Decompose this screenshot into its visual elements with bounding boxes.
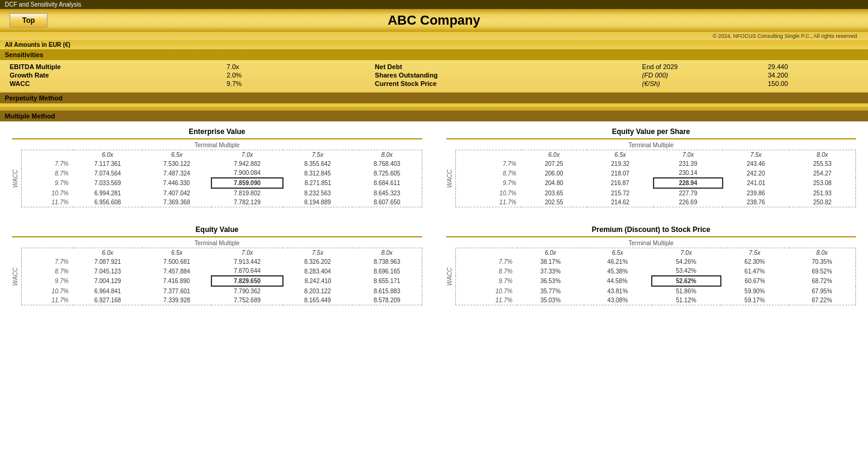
pd-cell-5-2: 43.08%: [584, 296, 652, 305]
pd-cell-4-2: 43.81%: [584, 286, 652, 296]
eqv-cell-5-4: 8.165.449: [283, 296, 353, 305]
amounts-row: All Amounts in EUR (€): [0, 40, 868, 49]
pd-cell-2-4: 61.47%: [721, 266, 789, 276]
eps-col-2: 6.5x: [587, 150, 654, 160]
eps-cell-4-5: 251.93: [789, 188, 855, 198]
ev-cell-4-2: 7.407.042: [142, 188, 211, 198]
eps-cell-3-5: 253.08: [789, 178, 855, 188]
eps-cell-2-1: 206.00: [521, 168, 587, 178]
eps-cell-2-5: 254.27: [789, 168, 855, 178]
eps-cell-3-2: 216.87: [587, 178, 654, 188]
ev-cell-3-5: 8.684.611: [353, 178, 422, 188]
pd-row-header-1: 7.7%: [455, 257, 517, 266]
eqv-cell-1-1: 7.087.921: [73, 257, 142, 266]
eqv-cell-1-3: 7.913.442: [211, 257, 282, 266]
sens-label-3: WACC: [5, 79, 222, 88]
ev-data-table: 6.0x 6.5x 7.0x 7.5x 8.0x 7.7% 7.117.361 …: [21, 150, 422, 207]
eqv-empty-header: [22, 248, 74, 258]
eps-cell-4-4: 239.86: [723, 188, 790, 198]
eps-col-headers: 6.0x 6.5x 7.0x 7.5x 8.0x: [455, 150, 856, 160]
copyright-text: © 2024, NFOCUS Consulting Single P.C., A…: [712, 33, 858, 39]
pd-table-outer: WACC 6.0x 6.5x 7.0x 7.5x 8.0x: [446, 248, 857, 305]
pd-col-4: 7.5x: [721, 248, 789, 258]
content-area: Enterprise Value Terminal Multiple WACC …: [0, 121, 868, 329]
sens-label2-1: Net Debt: [370, 63, 637, 71]
ev-row-header-5: 11.7%: [22, 198, 74, 207]
eqv-cell-3-1: 7.004.129: [73, 276, 142, 286]
pd-cell-2-1: 37.33%: [517, 266, 584, 276]
eqv-cell-2-1: 7.045.123: [73, 266, 142, 276]
eqv-cell-2-5: 8.696.165: [353, 266, 422, 276]
equity-per-share-section: Equity Value per Share Terminal Multiple…: [446, 127, 857, 207]
top-strip: DCF and Sensitivity Analysis: [0, 0, 868, 9]
sens-value-3: 9.7%: [222, 79, 322, 88]
eqv-cell-2-3: 7.870.644: [211, 266, 282, 276]
eps-row-1: 7.7% 207.25 219.32 231.39 243.46 255.53: [455, 159, 856, 168]
eps-col-1: 6.0x: [521, 150, 587, 160]
enterprise-value-title: Enterprise Value: [12, 127, 422, 139]
ev-row-header-3: 9.7%: [22, 178, 74, 188]
eqv-row-header-1: 7.7%: [22, 257, 74, 266]
multiple-label: Multiple Method: [5, 112, 55, 120]
eqv-col-4: 7.5x: [283, 248, 353, 258]
eqv-data-table: 6.0x 6.5x 7.0x 7.5x 8.0x 7.7% 7.087.921 …: [21, 248, 422, 305]
equity-value-section: Equity Value Terminal Multiple WACC 6.0x…: [12, 225, 422, 305]
eps-cell-4-2: 215.72: [587, 188, 654, 198]
ev-cell-5-1: 6.956.608: [73, 198, 142, 207]
pd-data-table: 6.0x 6.5x 7.0x 7.5x 8.0x 7.7% 38.17% 46.…: [455, 248, 857, 305]
eps-cell-1-3: 231.39: [654, 159, 722, 168]
sens-label-2: Growth Rate: [5, 71, 222, 79]
eps-cell-1-5: 255.53: [789, 159, 855, 168]
sens-label3-3: (€/Sh): [637, 79, 763, 88]
ev-cell-1-5: 8.768.403: [353, 159, 422, 168]
eps-cell-1-2: 219.32: [587, 159, 654, 168]
eps-col-3: 7.0x: [654, 150, 722, 160]
ev-cell-2-2: 7.487.324: [142, 168, 211, 178]
eqv-row-1: 7.7% 7.087.921 7.500.681 7.913.442 8.326…: [22, 257, 422, 266]
eqv-cell-1-5: 8.738.963: [353, 257, 422, 266]
eps-cell-1-1: 207.25: [521, 159, 587, 168]
eps-cell-3-4: 241.01: [723, 178, 790, 188]
ev-cell-5-2: 7.369.368: [142, 198, 211, 207]
ev-col-3: 7.0x: [211, 150, 282, 160]
pd-row-header-2: 8.7%: [455, 266, 517, 276]
sensitivity-table: EBITDA Multiple 7.0x Net Debt End of 202…: [0, 60, 868, 91]
pd-row-header-3: 9.7%: [455, 276, 517, 286]
eps-row-4: 10.7% 203.65 215.72 227.79 239.86 251.93: [455, 188, 856, 198]
main-title: ABC Company: [387, 13, 480, 28]
pd-cell-1-3: 54.26%: [652, 257, 721, 266]
equity-value-title: Equity Value: [12, 225, 422, 237]
eqv-col-headers: 6.0x 6.5x 7.0x 7.5x 8.0x: [22, 248, 422, 258]
pd-row-1: 7.7% 38.17% 46.21% 54.26% 62.30% 70.35%: [455, 257, 856, 266]
eps-cell-2-2: 218.07: [587, 168, 654, 178]
ev-row-3: 9.7% 7.033.569 7.446.330 7.859.090 8.271…: [22, 178, 422, 188]
eqv-row-header-3: 9.7%: [22, 276, 74, 286]
eps-cell-4-1: 203.65: [521, 188, 587, 198]
pd-cell-1-5: 70.35%: [789, 257, 856, 266]
pd-cell-3-1: 36.53%: [517, 276, 584, 286]
premium-discount-section: Premium (Discount) to Stock Price Termin…: [446, 225, 857, 305]
amounts-label: All Amounts in EUR (€): [5, 41, 70, 48]
eps-cell-5-5: 250.82: [789, 198, 855, 207]
eqv-cell-4-5: 8.615.883: [353, 286, 422, 296]
eqv-cell-2-4: 8.283.404: [283, 266, 353, 276]
eqv-col-1: 6.0x: [73, 248, 142, 258]
ev-cell-1-3: 7.942.882: [211, 159, 282, 168]
sensitivity-row-3: WACC 9.7% Current Stock Price (€/Sh) 150…: [5, 79, 863, 88]
eqv-row-header-2: 8.7%: [22, 266, 74, 276]
eqv-cell-4-2: 7.377.601: [142, 286, 211, 296]
pd-cell-2-2: 45.38%: [584, 266, 652, 276]
top-button[interactable]: Top: [10, 13, 47, 28]
ev-row-5: 11.7% 6.956.608 7.369.368 7.782.129 8.19…: [22, 198, 422, 207]
pd-cell-1-2: 46.21%: [584, 257, 652, 266]
pd-col-2: 6.5x: [584, 248, 652, 258]
eqv-row-4: 10.7% 6.964.841 7.377.601 7.790.362 8.20…: [22, 286, 422, 296]
eqv-row-header-5: 11.7%: [22, 296, 74, 305]
multiple-section-bar: Multiple Method: [0, 111, 868, 121]
pd-cell-4-5: 67.95%: [789, 286, 856, 296]
eqv-cell-3-5: 8.655.171: [353, 276, 422, 286]
pd-col-headers: 6.0x 6.5x 7.0x 7.5x 8.0x: [455, 248, 856, 258]
premium-discount-title: Premium (Discount) to Stock Price: [446, 225, 857, 237]
eps-row-header-2: 8.7%: [455, 168, 521, 178]
pd-cell-5-1: 35.03%: [517, 296, 584, 305]
